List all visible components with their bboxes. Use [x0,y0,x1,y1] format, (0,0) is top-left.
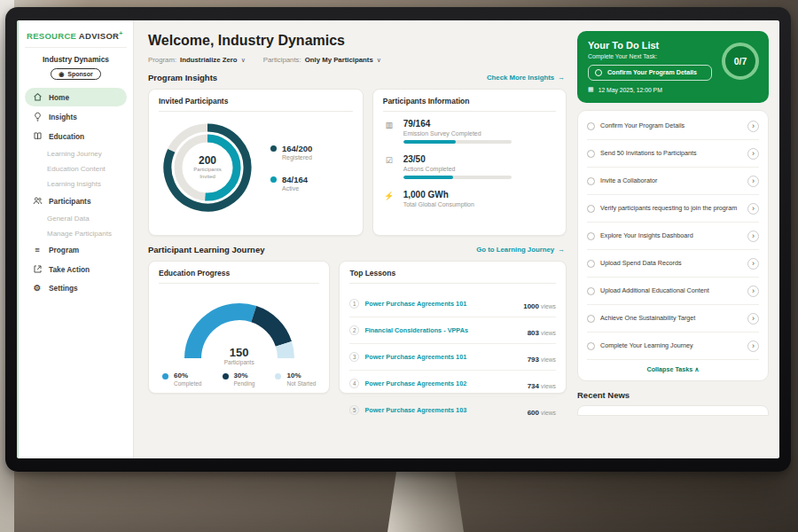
donut-legend: 164/200 Registered 84/164 Active [270,144,312,192]
invited-participants-card: Invited Participants 200 Participants In… [148,89,364,236]
sidebar-item-label: Insights [49,113,77,121]
arrow-right-icon: → [558,246,565,254]
chevron-right-icon[interactable]: › [747,258,759,270]
chevron-right-icon[interactable]: › [747,340,759,352]
task-item[interactable]: Invite a Collaborator › [587,168,759,195]
sidebar-item-participants[interactable]: Participants [25,192,127,210]
task-item[interactable]: Explore Your Insights Dashboard › [587,223,759,250]
pending-dot [223,373,229,379]
task-item[interactable]: Upload Spend Data Records › [587,250,759,278]
participants-dropdown[interactable]: Participants: Only My Participants ∨ [263,56,381,64]
legend-value: 84/164 [282,175,308,184]
task-checkbox[interactable] [587,342,595,350]
task-label: Invite a Collaborator [600,176,742,184]
task-item[interactable]: Achieve One Sustainability Target › [587,305,759,332]
emission-survey-row: ▥ 79/164 Emission Survey Completed [383,119,556,144]
sidebar-item-label: Program [49,246,79,254]
sidebar-item-settings[interactable]: ⚙ Settings [25,279,127,297]
task-checkbox[interactable] [587,260,595,268]
action-arrow-icon [32,264,43,274]
lesson-link[interactable]: Power Purchase Agreements 101 [364,353,521,361]
sidebar-item-education-content[interactable]: Education Content [25,161,127,176]
task-checkbox[interactable] [587,177,595,185]
gauge-center-value: 150 [173,347,306,359]
task-checkbox[interactable] [587,315,595,323]
chevron-right-icon[interactable]: › [747,286,759,297]
chevron-right-icon[interactable]: › [747,176,759,187]
active-dot [270,176,277,183]
education-legend: 60% Completed 30% Pending [159,370,319,387]
sidebar-item-education[interactable]: Education [25,127,127,145]
check-more-insights-link[interactable]: Check More Insights → [487,74,565,82]
views-count: 1000 [523,302,539,310]
legend-item-registered: 164/200 Registered [270,144,312,160]
task-item[interactable]: Complete Your Learning Journey › [587,332,759,360]
app-logo: RESOURCE ADVISOR+ [25,28,127,48]
card-title: Participants Information [383,97,556,112]
task-checkbox[interactable] [587,287,595,295]
task-item[interactable]: Upload Additional Educational Content › [587,278,759,305]
section-title: Participant Learning Journey [148,245,264,254]
program-dropdown[interactable]: Program: Industrialize Zero ∨ [148,56,246,64]
chevron-right-icon[interactable]: › [747,313,759,325]
gauge-center-label: 150 Participants [173,347,306,365]
chevron-right-icon[interactable]: › [747,203,759,215]
collapse-tasks-link[interactable]: Collapse Tasks ∧ [587,360,759,376]
todo-progress-value: 0/7 [734,56,747,66]
chevron-right-icon[interactable]: › [747,148,759,160]
sidebar-item-learning-journey[interactable]: Learning Journey [25,146,127,160]
sidebar-item-label: Settings [49,284,78,293]
gear-icon: ⚙ [32,284,43,293]
sidebar-item-home[interactable]: Home [25,88,127,106]
consumption-row: ⚡ 1,000 GWh Total Global Consumption [383,190,556,211]
views-suffix: views [541,383,556,389]
center-column: Welcome, Industry Dynamics Program: Indu… [148,31,567,458]
task-checkbox[interactable] [587,122,595,130]
task-checkbox[interactable] [587,205,595,213]
filter-bar: Program: Industrialize Zero ∨ Participan… [148,56,567,64]
logo-plus: + [119,30,122,36]
views-suffix: views [541,356,556,363]
task-checkbox[interactable] [587,232,595,240]
chevron-right-icon[interactable]: › [747,231,759,242]
chevron-right-icon[interactable]: › [747,121,759,132]
lesson-row: 5 Power Purchase Agreements 103 600views [349,397,556,423]
calendar-icon: ▦ [588,86,594,93]
task-item[interactable]: Send 50 Invitations to Participants › [587,140,759,168]
rank-badge: 3 [349,352,359,362]
task-label: Complete Your Learning Journey [600,341,742,349]
sidebar-item-take-action[interactable]: Take Action [25,260,127,278]
scene-background: RESOURCE ADVISOR+ Industry Dynamics ◉ Sp… [0,0,798,532]
task-checkbox[interactable] [587,150,595,158]
actions-icon: ☑ [383,154,395,179]
task-label: Achieve One Sustainability Target [600,314,742,322]
participants-filter-label: Participants: [263,56,301,64]
program-filter-value: Industrialize Zero [180,56,238,64]
go-to-learning-journey-link[interactable]: Go to Learning Journey → [476,246,565,254]
sidebar-nav: Home Insights Education [25,88,127,297]
task-checkbox[interactable] [595,69,602,76]
task-item[interactable]: Verify participants requesting to join t… [587,195,759,223]
task-item[interactable]: Confirm Your Program Details › [587,113,759,140]
education-gauge-chart: 150 Participants [173,291,306,367]
legend-value: 10% [286,372,316,379]
lesson-link[interactable]: Power Purchase Agreements 102 [364,379,521,387]
sidebar-item-label: Manage Participants [47,230,112,238]
next-task-pill[interactable]: Confirm Your Program Details [588,65,712,81]
tasks-card: Confirm Your Program Details › Send 50 I… [577,110,769,381]
legend-value: 164/200 [282,144,312,153]
logo-text-secondary: ADVISOR [79,31,119,41]
sidebar-item-learning-insights[interactable]: Learning Insights [25,176,127,191]
rank-badge: 4 [349,379,359,388]
sidebar-item-manage-participants[interactable]: Manage Participants [25,226,127,240]
list-icon: ≡ [32,246,43,254]
sidebar-item-program[interactable]: ≡ Program [25,241,127,259]
sidebar-item-insights[interactable]: Insights [25,107,127,126]
sidebar-item-general-data[interactable]: General Data [25,211,127,225]
lesson-link[interactable]: Power Purchase Agreements 101 [364,300,518,308]
lesson-link[interactable]: Power Purchase Agreements 103 [364,406,521,414]
completed-dot [162,373,168,379]
lesson-link[interactable]: Financial Considerations - VPPAs [364,326,521,334]
sponsor-icon: ◉ [59,71,64,77]
task-label: Verify participants requesting to join t… [600,204,742,212]
